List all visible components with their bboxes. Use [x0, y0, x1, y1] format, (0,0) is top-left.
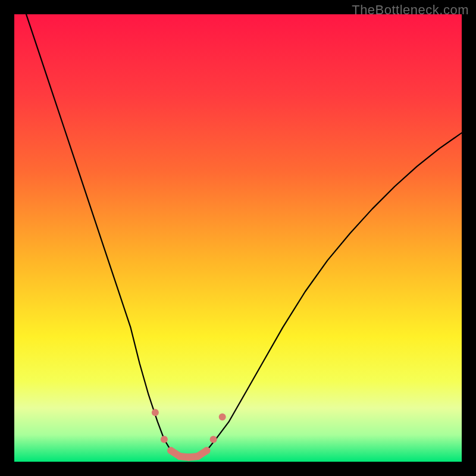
plot-area	[14, 14, 462, 462]
plot-svg	[14, 14, 462, 462]
gradient-background	[14, 14, 462, 462]
chart-container: TheBottleneck.com	[0, 0, 476, 476]
watermark-text: TheBottleneck.com	[352, 2, 469, 18]
